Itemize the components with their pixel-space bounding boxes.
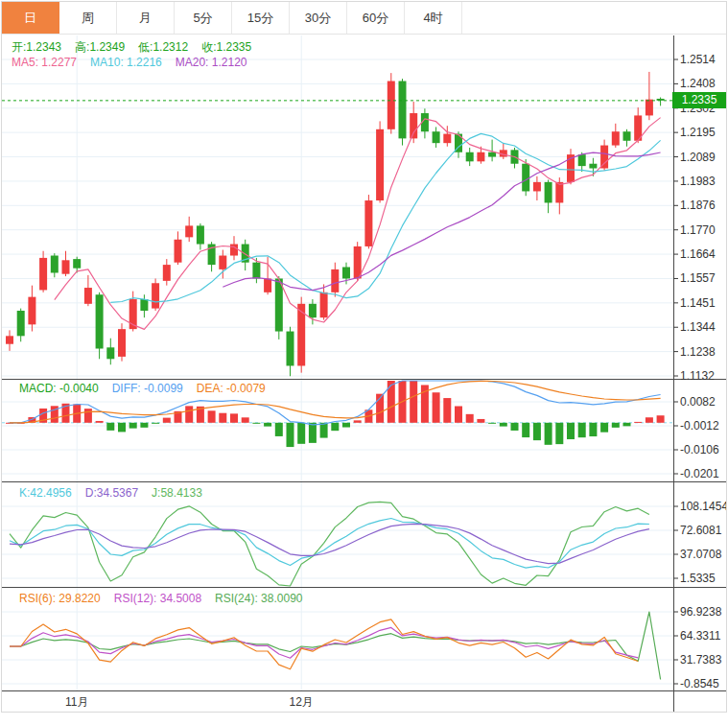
y-axis-label: -0.0012 bbox=[680, 419, 719, 433]
x-axis-month-label: 12月 bbox=[290, 695, 314, 709]
current-price-badge: 1.2335 bbox=[672, 92, 726, 108]
y-axis-label: 1.2514 bbox=[680, 53, 716, 66]
legend-ma-item: MA10: 1.2216 bbox=[90, 56, 162, 69]
y-axis-label: 1.1876 bbox=[680, 199, 716, 212]
kdj-panel bbox=[10, 502, 649, 586]
y-axis-label: -0.0106 bbox=[680, 443, 719, 456]
y-axis-label: 1.5335 bbox=[680, 572, 716, 585]
y-axis-label: -0.8545 bbox=[680, 677, 719, 690]
tab-4hour[interactable]: 4时 bbox=[405, 2, 462, 34]
ma-layer bbox=[55, 118, 661, 330]
tab-5min[interactable]: 5分 bbox=[175, 2, 232, 34]
legend-kdj-item: K:42.4956 bbox=[19, 486, 72, 500]
legend-kdj-item: D:34.5367 bbox=[85, 486, 138, 500]
legend-kdj: K:42.4956D:34.5367J:58.4133 bbox=[19, 486, 216, 500]
chart-app: 日周月5分15分30分60分4时 1.25141.24081.23021.219… bbox=[1, 1, 727, 713]
tab-week[interactable]: 周 bbox=[59, 2, 117, 34]
y-axis-label: 108.1454 bbox=[680, 500, 726, 513]
y-axis-label: 31.7383 bbox=[680, 653, 722, 667]
tab-30min[interactable]: 30分 bbox=[290, 2, 347, 34]
y-axis-label: -0.0201 bbox=[680, 467, 719, 480]
y-axis-label: 1.1238 bbox=[680, 345, 716, 359]
tab-bar: 日周月5分15分30分60分4时 bbox=[2, 2, 726, 35]
legend-rsi-item: RSI(6): 29.8220 bbox=[19, 592, 101, 605]
legend-ma-item: MA5: 1.2277 bbox=[12, 56, 77, 69]
tab-60min[interactable]: 60分 bbox=[347, 2, 405, 34]
legend-macd-item: DIFF: -0.0099 bbox=[112, 382, 183, 395]
legend-rsi-item: RSI(12): 34.5008 bbox=[114, 592, 201, 605]
legend-macd-item: MACD: -0.0040 bbox=[19, 382, 99, 395]
y-axis-label: 1.1983 bbox=[680, 175, 716, 188]
y-axis-label: 1.2089 bbox=[680, 151, 716, 164]
chart-canvas[interactable]: 1.25141.24081.23021.21951.20891.19831.18… bbox=[2, 2, 726, 712]
y-axis-label: 1.1557 bbox=[680, 271, 716, 285]
tab-day[interactable]: 日 bbox=[2, 2, 59, 34]
legend-ma: MA5: 1.2277MA10: 1.2216MA20: 1.2120 bbox=[12, 56, 260, 69]
y-axis-label: 1.1132 bbox=[680, 369, 715, 383]
y-axis-label: 1.2195 bbox=[680, 126, 716, 139]
legend-ohlc-item: 收:1.2335 bbox=[201, 40, 251, 54]
legend-rsi: RSI(6): 29.8220RSI(12): 34.5008RSI(24): … bbox=[19, 592, 317, 605]
y-axis-label: 0.0082 bbox=[680, 395, 716, 409]
y-axis-label: 1.1451 bbox=[680, 296, 716, 310]
legend-ohlc-item: 开:1.2343 bbox=[12, 40, 61, 54]
y-axis-label: 1.1664 bbox=[680, 247, 716, 261]
y-axis-label: 72.6081 bbox=[680, 524, 722, 537]
legend-macd-item: DEA: -0.0079 bbox=[197, 382, 266, 395]
y-axis-label: 64.3311 bbox=[680, 629, 721, 643]
legend-ohlc-item: 高:1.2349 bbox=[75, 40, 125, 54]
legend-macd: MACD: -0.0040DIFF: -0.0099DEA: -0.0079 bbox=[19, 382, 279, 395]
tab-15min[interactable]: 15分 bbox=[232, 2, 290, 34]
y-axis-label: 37.0708 bbox=[680, 548, 722, 561]
tab-month[interactable]: 月 bbox=[117, 2, 175, 34]
y-axis-label: 96.9238 bbox=[680, 605, 722, 619]
x-axis-month-label: 11月 bbox=[65, 695, 88, 709]
legend-ohlc-item: 低:1.2312 bbox=[138, 40, 188, 54]
legend-kdj-item: J:58.4133 bbox=[152, 486, 202, 500]
y-axis-label: 1.1344 bbox=[680, 320, 716, 334]
y-axis-label: 1.1770 bbox=[680, 223, 716, 237]
legend-rsi-item: RSI(24): 38.0090 bbox=[215, 592, 302, 605]
legend-ma-item: MA20: 1.2120 bbox=[176, 56, 247, 69]
rsi-panel bbox=[10, 612, 661, 680]
y-axis-label: 1.2408 bbox=[680, 77, 716, 90]
candles-layer bbox=[6, 72, 665, 376]
legend-ohlc: 开:1.2343高:1.2349低:1.2312收:1.2335 bbox=[12, 39, 265, 56]
